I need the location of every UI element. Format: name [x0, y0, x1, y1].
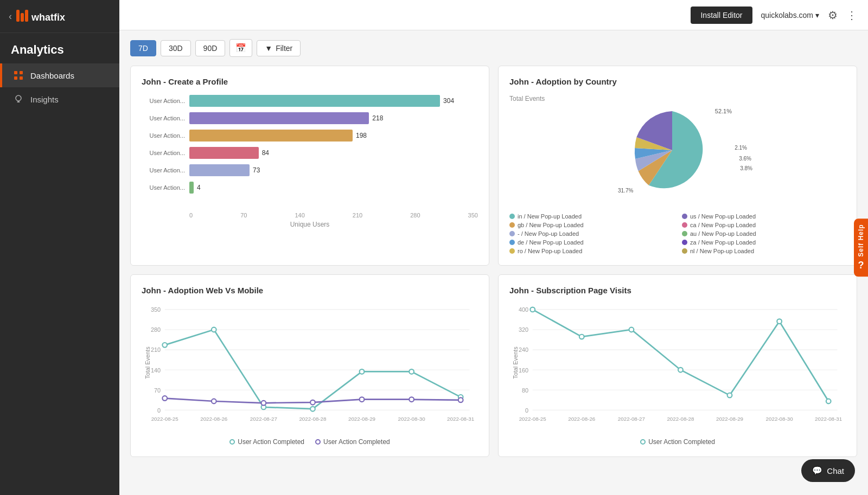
30d-button[interactable]: 30D	[161, 40, 191, 56]
svg-point-60	[629, 327, 634, 332]
whatfix-logo: whatfix	[16, 8, 76, 25]
7d-button[interactable]: 7D	[130, 40, 156, 56]
bar-x-tick: 70	[240, 212, 247, 218]
main-area: Install Editor quickolabs.com ▾ ⚙ ⋮ 7D 3…	[119, 0, 868, 495]
bar-label: User Action...	[142, 98, 185, 104]
bar-x-tick: 350	[468, 212, 478, 218]
bar-value: 198	[356, 132, 367, 139]
chat-button[interactable]: 💬 Chat	[801, 459, 855, 482]
line-chart-1-card: John - Adoption Web Vs Mobile 350 280 21…	[130, 274, 489, 457]
svg-text:0: 0	[157, 407, 161, 414]
content-area: 7D 30D 90D 📅 ▼ Filter John - Create a Pr…	[119, 30, 868, 495]
svg-text:2022-08-28: 2022-08-28	[299, 416, 327, 422]
bar	[189, 164, 250, 176]
svg-point-27	[310, 407, 315, 412]
bar	[189, 182, 194, 194]
line-chart-2-card: John - Subscription Page Visits 400 320 …	[498, 274, 857, 457]
bar-wrap: 198	[189, 130, 478, 142]
bar	[189, 112, 369, 124]
svg-point-59	[579, 335, 584, 339]
bar-wrap: 218	[189, 112, 478, 124]
svg-point-36	[409, 397, 414, 402]
svg-rect-1	[21, 13, 24, 22]
svg-rect-7	[20, 76, 23, 80]
bar-label: User Action...	[142, 184, 185, 191]
svg-text:210: 210	[151, 346, 161, 353]
legend-text: - / New Pop-up Loaded	[518, 230, 579, 237]
legend-dot	[682, 222, 687, 228]
line-chart-2-area: 400 320 240 160 80 0 Total Events	[509, 304, 846, 434]
svg-point-34	[310, 400, 315, 405]
sidebar-nav: Dashboards Insights	[0, 63, 119, 111]
svg-text:2022-08-30: 2022-08-30	[766, 416, 794, 422]
line-chart-2-svg: 400 320 240 160 80 0 Total Events	[509, 304, 846, 434]
bar-row: User Action... 198	[142, 130, 478, 142]
svg-text:2022-08-25: 2022-08-25	[519, 416, 547, 422]
bar-value: 73	[253, 166, 260, 174]
legend-dot	[682, 214, 687, 219]
legend-item: za / New Pop-up Loaded	[682, 239, 846, 246]
svg-text:2022-08-26: 2022-08-26	[200, 416, 228, 422]
legend-item-1: User Action Completed	[229, 438, 304, 446]
svg-text:Total Events: Total Events	[144, 346, 151, 379]
svg-text:2022-08-31: 2022-08-31	[815, 416, 842, 422]
self-help-panel[interactable]: Self Help ?	[854, 218, 868, 277]
legend-dot	[682, 231, 687, 236]
legend-dot	[509, 240, 515, 245]
pie-chart-card: John - Adoption by Country Total Events	[498, 66, 857, 266]
svg-text:140: 140	[151, 367, 161, 374]
svg-text:350: 350	[151, 306, 161, 313]
pie-pct-r2: 3.6%	[739, 156, 751, 162]
svg-point-62	[727, 393, 732, 398]
grid-icon	[13, 70, 24, 81]
svg-rect-2	[25, 10, 28, 22]
line-chart-1-legend: User Action Completed User Action Comple…	[142, 438, 478, 446]
line-chart-2-legend: User Action Completed	[509, 438, 846, 446]
domain-arrow: ▾	[815, 11, 819, 20]
gear-icon[interactable]: ⚙	[828, 9, 838, 22]
line-chart-1-area: 350 280 210 140 70 0 Total Events	[142, 304, 478, 434]
back-icon[interactable]: ‹	[9, 11, 12, 22]
svg-text:2022-08-29: 2022-08-29	[716, 416, 743, 422]
bar	[189, 130, 353, 142]
insights-label: Insights	[30, 95, 59, 104]
90d-button[interactable]: 90D	[195, 40, 226, 56]
svg-rect-6	[14, 76, 17, 80]
svg-text:2022-08-31: 2022-08-31	[447, 416, 474, 422]
bar-chart-area: User Action... 304 User Action... 218 Us…	[142, 95, 478, 210]
legend-dot-2	[315, 439, 321, 445]
svg-text:400: 400	[519, 306, 528, 313]
pie-chart-title: John - Adoption by Country	[509, 77, 846, 86]
svg-text:2022-08-26: 2022-08-26	[568, 416, 596, 422]
legend-item: gb / New Pop-up Loaded	[509, 222, 673, 228]
pie-pct-top: 52.1%	[715, 108, 732, 114]
sidebar-item-dashboards[interactable]: Dashboards	[0, 63, 119, 87]
pie-legend: in / New Pop-up Loaded us / New Pop-up L…	[509, 213, 846, 254]
filter-button[interactable]: ▼ Filter	[257, 40, 301, 56]
bar-x-tick: 280	[410, 212, 420, 218]
topbar: Install Editor quickolabs.com ▾ ⚙ ⋮	[119, 0, 868, 30]
svg-text:2022-08-27: 2022-08-27	[250, 416, 277, 422]
legend-item: - / New Pop-up Loaded	[509, 230, 673, 237]
svg-point-29	[409, 369, 414, 374]
bar-wrap: 304	[189, 95, 478, 107]
menu-dots-icon[interactable]: ⋮	[846, 9, 857, 22]
legend-item: us / New Pop-up Loaded	[682, 213, 846, 220]
bar-label: User Action...	[142, 132, 185, 139]
svg-text:2022-08-28: 2022-08-28	[667, 416, 694, 422]
bar-x-axis: 070140210280350	[142, 212, 478, 218]
sidebar-item-insights[interactable]: Insights	[0, 87, 119, 111]
legend-text: in / New Pop-up Loaded	[518, 213, 582, 220]
svg-text:160: 160	[519, 367, 528, 374]
install-editor-button[interactable]: Install Editor	[691, 7, 752, 24]
bar-value: 4	[197, 184, 201, 191]
sidebar-logo: ‹ whatfix	[0, 0, 119, 33]
svg-text:280: 280	[151, 326, 161, 333]
domain-selector[interactable]: quickolabs.com ▾	[761, 11, 820, 20]
legend-item-2: User Action Completed	[315, 438, 390, 446]
svg-text:2022-08-30: 2022-08-30	[398, 416, 426, 422]
legend-item: ro / New Pop-up Loaded	[509, 248, 673, 254]
filter-label: Filter	[276, 44, 292, 53]
calendar-button[interactable]: 📅	[229, 39, 252, 57]
bar-row: User Action... 218	[142, 112, 478, 124]
